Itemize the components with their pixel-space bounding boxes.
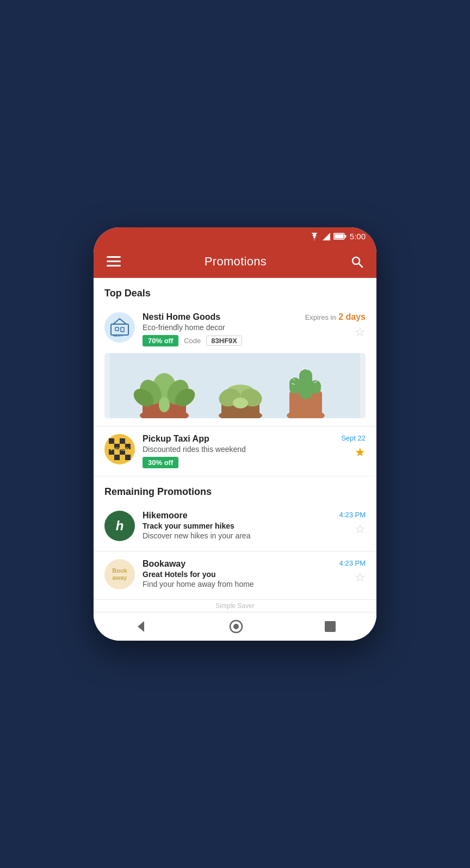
home-button[interactable] [228, 619, 244, 634]
svg-rect-4 [107, 256, 121, 258]
remaining-promotions-header: Remaining Promotions [94, 476, 376, 503]
promo-item-hikemoore: h Hikemoore Track your summer hikes Disc… [94, 503, 376, 551]
battery-icon [333, 233, 347, 240]
bookaway-logo-text: Bookaway [112, 567, 127, 581]
nesti-expires-label: Expires in [305, 313, 336, 321]
promo-item-pickup: PICKUP Pickup Taxi App Discounted rides … [94, 426, 376, 476]
nesti-body: Nesti Home Goods Eco-friendly home decor… [143, 312, 298, 346]
bookaway-name: Bookaway [143, 559, 309, 569]
nesti-expires-value: 2 days [338, 312, 366, 321]
svg-point-37 [233, 398, 248, 408]
page-title: Promotions [205, 255, 267, 269]
bookaway-meta: 4:23 PM ☆ [317, 559, 366, 585]
wifi-icon [310, 233, 319, 240]
svg-rect-3 [344, 235, 346, 238]
nesti-badge-row: 70% off Code 83HF9X [143, 335, 298, 346]
nesti-discount-badge: 70% off [143, 335, 178, 346]
bookaway-title: Great Hotels for you [143, 570, 309, 579]
svg-rect-2 [334, 234, 343, 239]
top-deals-header: Top Deals [94, 278, 376, 305]
svg-rect-6 [107, 265, 121, 266]
pickup-date: Sept 22 [341, 434, 366, 442]
hikemoore-name: Hikemoore [143, 511, 309, 520]
back-button[interactable] [133, 619, 149, 634]
content-area: Top Deals NESTI Nesti Home Goods Eco-fri… [94, 278, 376, 612]
svg-line-8 [359, 264, 363, 268]
bookaway-star[interactable]: ☆ [355, 571, 366, 585]
pickup-discount-badge: 30% off [143, 457, 178, 468]
promo-item-nesti: NESTI Nesti Home Goods Eco-friendly home… [94, 305, 376, 426]
svg-rect-10 [115, 327, 119, 331]
svg-rect-40 [120, 438, 125, 444]
nesti-meta: Expires in 2 days ☆ [305, 312, 366, 339]
recents-button[interactable] [324, 620, 337, 633]
hikemoore-desc: Discover new hikes in your area [143, 531, 309, 540]
svg-rect-39 [109, 438, 114, 444]
pickup-name: Pickup Taxi App [143, 434, 309, 444]
bookaway-desc: Find your home away from home [143, 580, 309, 588]
pickup-star[interactable]: ★ [355, 445, 366, 460]
hikemoore-time: 4:23 PM [339, 511, 366, 519]
svg-rect-5 [107, 261, 121, 262]
nesti-star[interactable]: ☆ [355, 325, 366, 339]
succulent-illustration [104, 353, 366, 418]
hikemoore-title: Track your summer hikes [143, 522, 309, 530]
hikemoore-star[interactable]: ☆ [355, 522, 366, 536]
hamburger-icon [107, 256, 121, 267]
hikemoore-logo-letter: h [116, 518, 124, 534]
svg-rect-9 [111, 324, 128, 335]
pickup-body: Pickup Taxi App Discounted rides this we… [143, 434, 309, 468]
app-bar: Promotions [94, 245, 376, 278]
bookaway-time: 4:23 PM [339, 559, 366, 567]
svg-text:NESTI: NESTI [113, 334, 123, 337]
svg-rect-11 [121, 327, 124, 332]
svg-marker-0 [323, 233, 330, 240]
status-bar: 5:00 [94, 227, 376, 245]
nesti-name: Nesti Home Goods [143, 312, 298, 322]
pickup-desc: Discounted rides this weekend [143, 445, 309, 454]
nesti-expires: Expires in 2 days [305, 312, 366, 322]
svg-point-50 [233, 624, 239, 629]
hikemoore-meta: 4:23 PM ☆ [317, 511, 366, 536]
svg-rect-45 [114, 455, 120, 460]
bookaway-body: Bookaway Great Hotels for you Find your … [143, 559, 309, 592]
nav-bar [94, 612, 376, 641]
nesti-desc: Eco-friendly home decor [143, 323, 298, 332]
hikemoore-body: Hikemoore Track your summer hikes Discov… [143, 511, 309, 543]
pickup-badge-row: 30% off [143, 457, 309, 468]
svg-marker-48 [138, 621, 144, 632]
pickup-logo: PICKUP [104, 434, 135, 464]
back-icon [133, 619, 149, 634]
nesti-code: 83HF9X [206, 336, 242, 346]
pickup-meta: Sept 22 ★ [317, 434, 366, 460]
nesti-logo: NESTI [104, 312, 135, 343]
recents-icon [324, 620, 337, 633]
signal-icon [323, 233, 330, 240]
menu-button[interactable] [104, 254, 123, 269]
phone-frame: 5:00 Promotions Top Deals [94, 227, 376, 641]
promo-item-bookaway: Bookaway Bookaway Great Hotels for you F… [94, 551, 376, 600]
home-circle-icon [228, 619, 244, 634]
svg-point-31 [159, 397, 170, 412]
nesti-promo-image [104, 353, 366, 418]
hikemoore-logo: h [104, 511, 135, 541]
search-icon [350, 255, 363, 268]
svg-rect-51 [325, 621, 336, 632]
bottom-hint: Simple Saver [94, 600, 376, 612]
svg-text:PICKUP: PICKUP [110, 447, 129, 452]
search-button[interactable] [348, 253, 366, 270]
svg-rect-46 [125, 455, 131, 460]
bookaway-logo: Bookaway [104, 559, 135, 590]
status-icons: 5:00 [310, 232, 366, 241]
status-time: 5:00 [350, 232, 366, 241]
nesti-code-label: Code [184, 337, 201, 345]
